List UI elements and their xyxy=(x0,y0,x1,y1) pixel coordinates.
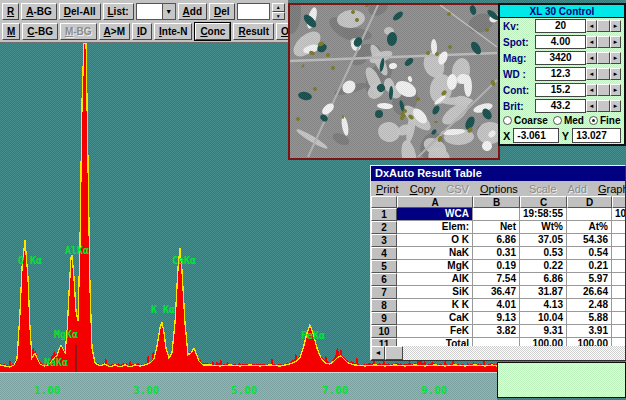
field-value[interactable]: 43.2 xyxy=(535,99,586,113)
cell-d[interactable]: 26.64 xyxy=(567,286,612,299)
button-add[interactable]: Add xyxy=(178,3,207,20)
scrollbar-thumb[interactable] xyxy=(597,52,610,64)
radio-label-fine[interactable]: Fine xyxy=(600,115,621,126)
list-combobox[interactable]: ▼ xyxy=(136,3,176,20)
scroll-right-icon[interactable]: ► xyxy=(610,100,621,112)
row-number[interactable]: 10 xyxy=(371,325,397,338)
cell-a[interactable]: FeK xyxy=(397,325,473,338)
column-header-A[interactable]: A xyxy=(397,196,473,208)
cell-b[interactable]: 0.31 xyxy=(473,247,520,260)
cell-e[interactable] xyxy=(612,273,625,286)
radio-fine[interactable] xyxy=(589,116,598,125)
column-header-B[interactable]: B xyxy=(473,196,520,208)
button-inte-n[interactable]: Inte-N xyxy=(154,23,192,40)
dxauto-horizontal-scrollbar[interactable]: ◄ xyxy=(371,346,625,360)
cell-c[interactable]: 4.13 xyxy=(520,299,567,312)
button-id[interactable]: ID xyxy=(132,23,152,40)
corner-header[interactable] xyxy=(371,196,397,208)
field-value[interactable]: 15.2 xyxy=(535,83,586,97)
button-conc[interactable]: Conc xyxy=(195,23,230,40)
field-scrollbar[interactable]: ◄► xyxy=(586,84,621,96)
row-number[interactable]: 1 xyxy=(371,208,397,221)
field-value[interactable]: 12.3 xyxy=(535,67,586,81)
radio-med[interactable] xyxy=(553,116,562,125)
cell-c[interactable]: 6.86 xyxy=(520,273,567,286)
cell-b[interactable]: 36.47 xyxy=(473,286,520,299)
field-scrollbar[interactable]: ◄► xyxy=(586,36,621,48)
stage-x-field[interactable]: -3.061 xyxy=(513,128,558,143)
scrollbar-thumb[interactable] xyxy=(597,84,610,96)
cell-a[interactable]: Total xyxy=(397,338,473,346)
button-a-m[interactable]: A>M xyxy=(99,23,130,40)
cell-b[interactable] xyxy=(473,208,520,221)
scroll-left-icon[interactable]: ◄ xyxy=(586,36,597,48)
column-header-e[interactable] xyxy=(612,196,625,208)
button-del[interactable]: Del xyxy=(209,3,235,20)
cell-a[interactable]: SiK xyxy=(397,286,473,299)
cell-b[interactable]: 7.54 xyxy=(473,273,520,286)
cell-c[interactable]: 0.22 xyxy=(520,260,567,273)
cell-b[interactable]: 3.82 xyxy=(473,325,520,338)
row-number[interactable]: 9 xyxy=(371,312,397,325)
menu-item-print[interactable]: Print xyxy=(376,183,399,195)
scrollbar-thumb[interactable] xyxy=(597,36,610,48)
field-scrollbar[interactable]: ◄► xyxy=(586,68,621,80)
cell-b[interactable]: 9.13 xyxy=(473,312,520,325)
scroll-right-icon[interactable]: ► xyxy=(610,20,621,32)
field-value[interactable]: 4.00 xyxy=(535,35,586,49)
cell-a[interactable]: K K xyxy=(397,299,473,312)
field-scrollbar[interactable]: ◄► xyxy=(586,52,621,64)
cell-d[interactable]: 5.97 xyxy=(567,273,612,286)
cell-b[interactable]: 6.86 xyxy=(473,234,520,247)
scrollbar-thumb[interactable] xyxy=(597,100,610,112)
scroll-left-icon[interactable]: ◄ xyxy=(586,100,597,112)
button-del-all[interactable]: Del-All xyxy=(59,3,101,20)
menu-item-graph[interactable]: Graph xyxy=(598,183,626,195)
row-number[interactable]: 6 xyxy=(371,273,397,286)
chevron-down-icon[interactable]: ▼ xyxy=(162,4,175,19)
menu-item-copy[interactable]: Copy xyxy=(410,183,436,195)
cell-e[interactable] xyxy=(612,260,625,273)
button-result[interactable]: Result xyxy=(233,23,274,40)
cell-c[interactable]: 31.87 xyxy=(520,286,567,299)
cell-b[interactable]: 4.01 xyxy=(473,299,520,312)
cell-d[interactable]: 0.54 xyxy=(567,247,612,260)
scroll-left-icon[interactable]: ◄ xyxy=(586,68,597,80)
radio-label-coarse[interactable]: Coarse xyxy=(514,115,548,126)
spinner-up-icon[interactable]: ▲ xyxy=(272,3,285,12)
cell-d[interactable]: 0.21 xyxy=(567,260,612,273)
combobox-value[interactable] xyxy=(137,4,162,19)
scroll-left-icon[interactable]: ◄ xyxy=(371,346,385,360)
toolbar-value-field[interactable] xyxy=(237,3,270,20)
cell-d[interactable]: 3.91 xyxy=(567,325,612,338)
scroll-right-icon[interactable]: ► xyxy=(610,84,621,96)
column-header-D[interactable]: D xyxy=(567,196,612,208)
scrollbar-thumb[interactable] xyxy=(597,20,610,32)
cell-c[interactable]: 10.04 xyxy=(520,312,567,325)
cell-d[interactable]: At% xyxy=(567,221,612,234)
cell-a[interactable]: MgK xyxy=(397,260,473,273)
cell-d[interactable] xyxy=(567,208,612,221)
cell-a[interactable]: WCA xyxy=(397,208,473,221)
scroll-right-icon[interactable]: ► xyxy=(610,68,621,80)
row-number[interactable]: 4 xyxy=(371,247,397,260)
button-m[interactable]: M xyxy=(2,23,20,40)
cell-b[interactable] xyxy=(473,338,520,346)
cell-a[interactable]: O K xyxy=(397,234,473,247)
menu-item-options[interactable]: Options xyxy=(480,183,518,195)
stage-y-field[interactable]: 13.027 xyxy=(572,128,621,143)
cell-c[interactable]: 100.00 xyxy=(520,338,567,346)
button-a-bg[interactable]: A-BG xyxy=(21,3,57,20)
scroll-left-icon[interactable]: ◄ xyxy=(586,52,597,64)
cell-a[interactable]: AlK xyxy=(397,273,473,286)
row-number[interactable]: 2 xyxy=(371,221,397,234)
cell-d[interactable]: 5.88 xyxy=(567,312,612,325)
cell-e[interactable] xyxy=(612,221,625,234)
cell-a[interactable]: NaK xyxy=(397,247,473,260)
cell-e[interactable] xyxy=(612,286,625,299)
button-c-bg[interactable]: C-BG xyxy=(22,23,58,40)
cell-c[interactable]: 0.53 xyxy=(520,247,567,260)
field-scrollbar[interactable]: ◄► xyxy=(586,20,621,32)
row-number[interactable]: 3 xyxy=(371,234,397,247)
field-value[interactable]: 3420 xyxy=(535,51,586,65)
